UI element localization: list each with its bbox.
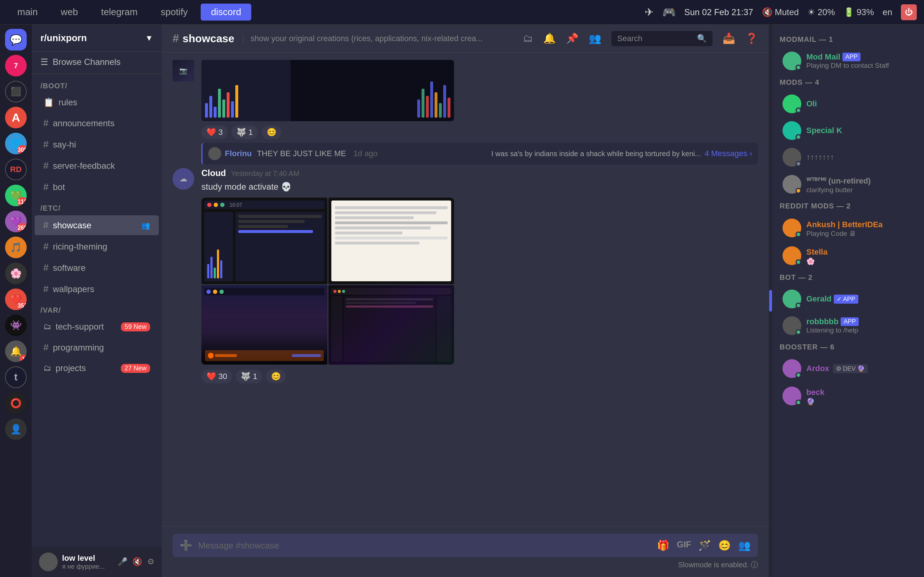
add-attachment-icon[interactable]: ➕	[180, 540, 192, 551]
channel-item-projects[interactable]: 🗂 projects 27 New	[35, 359, 159, 377]
tab-main[interactable]: main	[7, 3, 48, 21]
badge-305: 305	[17, 145, 27, 154]
name-gerald: Gerald	[806, 294, 832, 304]
server-icon-discord[interactable]: 💬	[5, 29, 27, 50]
apps-icon[interactable]: 👥	[738, 540, 751, 551]
channel-item-say-hi[interactable]: # say-hi	[35, 134, 159, 154]
avatar-oli	[782, 95, 801, 113]
smile-emoji-1: 😊	[267, 128, 276, 137]
member-ankush[interactable]: Ankush | BetterIDEa Playing Code 🖥	[775, 214, 921, 241]
reaction-heart-1[interactable]: ❤️ 3	[201, 126, 228, 139]
member-modmail[interactable]: Mod Mail APP Playing DM to contact Staff	[775, 48, 921, 74]
reaction-smile-1[interactable]: 😊	[262, 126, 281, 139]
main-layout: 💬 7 ⬛ A 🌐 305 RD 💚 113 💜 269 🎵 🌸 ❤️ 351 …	[0, 24, 924, 577]
channel-item-rules[interactable]: 📋 rules	[35, 93, 159, 112]
server-icon-113[interactable]: 💚 113	[5, 185, 27, 206]
server-icon-anime[interactable]: 🌸	[5, 263, 27, 284]
reaction-count-wolf-1: 1	[248, 128, 253, 137]
sub-beck: 🔮	[806, 397, 824, 406]
mute-mic-icon[interactable]: 🎤	[118, 557, 128, 567]
server-icon-terminal[interactable]: ⬛	[5, 81, 27, 102]
scroll-indicator[interactable]	[769, 290, 772, 311]
gift-icon[interactable]: 🎁	[657, 540, 670, 551]
search-box[interactable]: Search 🔍	[611, 31, 712, 46]
channel-item-bot[interactable]: # bot	[35, 177, 159, 197]
server-icon-profile[interactable]: 👤	[5, 418, 27, 440]
channel-item-server-feedback[interactable]: # server-feedback	[35, 156, 159, 176]
member-specialk[interactable]: Special K	[775, 118, 921, 143]
server-icon-269[interactable]: 💜 269	[5, 211, 27, 232]
member-ardox[interactable]: Ardox ⚙ DEV 🔮	[775, 356, 921, 382]
server-icon-a[interactable]: A	[5, 107, 27, 128]
server-icon-notification-1[interactable]: 🔔 1	[5, 340, 27, 362]
rules-icon: 📋	[43, 97, 54, 108]
channel-item-showcase[interactable]: # showcase 👥	[35, 215, 159, 235]
inbox-icon[interactable]: 📥	[723, 32, 735, 44]
telegram-icon: ✈	[645, 6, 654, 18]
member-info-modmail: Mod Mail APP Playing DM to contact Staff	[806, 52, 889, 69]
channel-item-programming[interactable]: # programming	[35, 338, 159, 357]
member-wt[interactable]: ᵂᵀᴮᶠᴹᴵ (un-retired) clarifying butter	[775, 171, 921, 198]
server-icon-t[interactable]: t	[5, 366, 27, 388]
channel-item-wallpapers[interactable]: # wallpapers	[35, 279, 159, 299]
pin-icon[interactable]: 📌	[566, 32, 578, 44]
notification-icon[interactable]: 🔔	[543, 32, 556, 44]
help-icon[interactable]: ❓	[745, 32, 758, 44]
member-robbbbb[interactable]: robbbbb APP Listening to /help	[775, 313, 921, 338]
thread-preview-1[interactable]: Florinu THEY BE JUST LIKE ME 1d ago I wa…	[201, 143, 758, 164]
sticker-icon[interactable]: 🪄	[698, 540, 711, 551]
tab-spotify[interactable]: spotify	[150, 3, 198, 21]
channel-item-announcements[interactable]: # announcements	[35, 113, 159, 133]
member-arrows[interactable]: ↑↑↑↑↑↑↑	[775, 144, 921, 170]
status-specialk	[795, 134, 801, 140]
thread-view-icon[interactable]: 🗂	[523, 32, 533, 44]
server-icon-305[interactable]: 🌐 305	[5, 133, 27, 154]
server-icon-circle[interactable]: ⭕	[5, 392, 27, 414]
members-icon[interactable]: 👥	[589, 32, 601, 44]
channel-item-tech-support[interactable]: 🗂 tech-support 59 New	[35, 318, 159, 336]
member-gerald[interactable]: Gerald ✓ APP	[775, 286, 921, 312]
tab-discord[interactable]: discord	[201, 3, 251, 21]
reaction-wolf-cloud[interactable]: 🐺 1	[236, 370, 262, 384]
deafen-icon[interactable]: 🔇	[132, 557, 142, 567]
server-icon-351[interactable]: ❤️ 351	[5, 288, 27, 310]
channel-item-software[interactable]: # software	[35, 258, 159, 278]
server-icon-rd[interactable]: RD	[5, 159, 27, 180]
member-info-ankush: Ankush | BetterIDEa Playing Code 🖥	[806, 218, 883, 238]
member-oli[interactable]: Oli	[775, 91, 921, 117]
battery-icon: 🔋	[843, 7, 855, 17]
reaction-heart-cloud[interactable]: ❤️ 30	[201, 370, 232, 384]
tab-telegram[interactable]: telegram	[91, 3, 148, 21]
server-icon-dark[interactable]: 👾	[5, 314, 27, 336]
name-modmail: Mod Mail	[806, 52, 840, 62]
reaction-smile-cloud[interactable]: 😊	[266, 370, 286, 384]
section-reddit-mods: REDDIT MODS — 2	[772, 198, 924, 214]
tab-web[interactable]: web	[50, 3, 88, 21]
server-header[interactable]: r/unixporn ▼	[32, 24, 162, 52]
power-button[interactable]: ⏻	[901, 4, 917, 20]
gif-icon[interactable]: GIF	[677, 540, 691, 551]
section-bot: BOT — 2	[772, 270, 924, 285]
message-input-box[interactable]: ➕ 🎁 GIF 🪄 😊 👥	[173, 534, 758, 557]
server-icon-music[interactable]: 🎵	[5, 237, 27, 258]
reaction-count-wolf-cloud: 1	[253, 372, 257, 381]
member-stella[interactable]: Stella 🌸	[775, 242, 921, 269]
channel-item-ricing[interactable]: # ricing-theming	[35, 237, 159, 256]
message-input[interactable]	[198, 541, 651, 551]
server-icon-7tv[interactable]: 7	[5, 55, 27, 76]
message-text-cloud: study mode activate 💀	[201, 180, 758, 193]
name-ankush: Ankush | BetterIDEa	[806, 220, 883, 229]
browse-channels-btn[interactable]: ☰ Browse Channels	[32, 52, 162, 72]
badge-113: 113	[17, 197, 27, 206]
message-input-area: ➕ 🎁 GIF 🪄 😊 👥 Slowmode is enabled. ⓘ	[162, 526, 769, 577]
search-label: Search	[617, 34, 643, 43]
messages-area[interactable]: 📷	[162, 53, 769, 526]
reaction-wolf-1[interactable]: 🐺 1	[231, 126, 258, 139]
emoji-icon[interactable]: 😊	[718, 540, 731, 551]
server-dropdown-icon[interactable]: ▼	[145, 34, 153, 43]
badge-269: 269	[17, 223, 27, 232]
channel-name-projects: projects	[56, 363, 86, 373]
member-beck[interactable]: beck 🔮	[775, 382, 921, 409]
settings-icon[interactable]: ⚙	[147, 557, 155, 567]
thread-message-count[interactable]: 4 Messages ›	[704, 149, 752, 158]
